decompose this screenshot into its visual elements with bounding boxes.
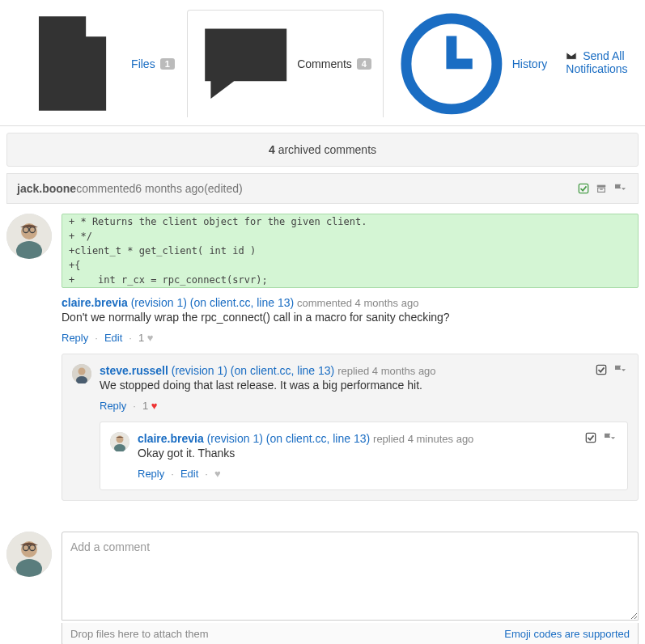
- drop-bar[interactable]: Drop files here to attach them Emoji cod…: [62, 623, 639, 644]
- tab-history-label: History: [512, 57, 548, 70]
- svg-point-15: [79, 367, 86, 375]
- comment-body: Don't we normally wrap the rpc_connect()…: [62, 311, 639, 324]
- code-line: +{: [62, 258, 638, 273]
- comment-time: 4 months ago: [355, 297, 419, 309]
- edit-link[interactable]: Edit: [180, 468, 198, 480]
- comment-time: 4 months ago: [372, 365, 436, 377]
- avatar-column: [6, 214, 52, 501]
- tabs-right: Send All Notifications: [559, 43, 639, 82]
- code-line: + */: [62, 229, 638, 244]
- comment-verb: replied: [373, 433, 408, 445]
- comment-verb: replied: [337, 365, 372, 377]
- heart-icon[interactable]: ♥: [214, 468, 221, 480]
- nested-actions: [596, 364, 628, 375]
- comment-foot: Reply · Edit · 1 ♥: [62, 332, 639, 344]
- comment-head: steve.russell (revision 1) (on client.cc…: [100, 364, 596, 377]
- tab-files[interactable]: Files 1: [6, 2, 187, 124]
- nested-comment-2: claire.brevia (revision 1) (on client.cc…: [100, 422, 628, 490]
- like-count[interactable]: 1 ♥: [142, 400, 158, 412]
- thread-header: jack.boone commented 6 months ago (edite…: [6, 173, 639, 204]
- svg-rect-17: [596, 365, 605, 374]
- comment-verb: commented: [297, 297, 355, 309]
- archived-text: archived comments: [275, 143, 376, 156]
- heart-icon: ♥: [147, 332, 154, 344]
- comment-foot: Reply · 1 ♥: [100, 400, 628, 412]
- thread-author: jack.boone: [17, 182, 76, 195]
- avatar-claire[interactable]: [6, 214, 52, 259]
- flag-dropdown-icon[interactable]: [603, 432, 617, 443]
- avatar-column: [6, 532, 52, 644]
- sep: ·: [95, 332, 98, 344]
- task-check-icon[interactable]: [585, 432, 596, 443]
- archived-count: 4: [269, 143, 275, 156]
- content-wrap: + * Returns the client object for the gi…: [0, 210, 645, 507]
- comment-revision[interactable]: (revision 1) (on client.cc, line 13): [172, 364, 335, 377]
- envelope-icon: [566, 50, 577, 61]
- comment-author[interactable]: claire.brevia: [62, 296, 128, 309]
- comment-foot: Reply · Edit · ♥: [138, 468, 617, 480]
- comment-revision[interactable]: (revision 1) (on client.cc, line 13): [131, 296, 295, 309]
- send-all-link[interactable]: Send All Notifications: [566, 49, 627, 75]
- archive-icon[interactable]: [596, 183, 607, 194]
- reply-link[interactable]: Reply: [138, 468, 164, 480]
- avatar-claire[interactable]: [6, 532, 52, 577]
- svg-rect-2: [597, 184, 606, 187]
- tab-comments-label: Comments: [297, 57, 352, 70]
- code-line: +client_t * get_client( int id ): [62, 244, 638, 258]
- thread-verb: commented: [76, 182, 135, 195]
- tab-history[interactable]: History: [384, 1, 559, 126]
- main-column: + * Returns the client object for the gi…: [62, 214, 639, 501]
- comment-body: Okay got it. Thanks: [138, 447, 585, 460]
- clock-icon: [396, 8, 507, 120]
- reply-link[interactable]: Reply: [62, 332, 88, 344]
- thread-edited: (edited): [204, 182, 242, 195]
- code-line: + int r_cx = rpc_connect(srvr);: [62, 273, 638, 287]
- composer: Drop files here to attach them Emoji cod…: [62, 532, 639, 644]
- tab-files-count: 1: [160, 58, 175, 70]
- sep: ·: [129, 332, 132, 344]
- comment-body: We stopped doing that last release. It w…: [100, 379, 596, 392]
- tab-files-label: Files: [131, 57, 155, 70]
- code-block: + * Returns the client object for the gi…: [62, 214, 639, 288]
- avatar-steve[interactable]: [72, 364, 91, 383]
- like-count[interactable]: 1 ♥: [138, 332, 154, 344]
- comment-author[interactable]: steve.russell: [100, 364, 168, 377]
- thread-actions: [578, 183, 628, 194]
- task-check-icon[interactable]: [596, 364, 607, 375]
- tab-comments-count: 4: [357, 58, 371, 70]
- comment-icon: [199, 17, 292, 110]
- task-check-icon[interactable]: [578, 183, 589, 194]
- nested-comment-1: steve.russell (revision 1) (on client.cc…: [62, 354, 639, 501]
- sep: ·: [133, 400, 136, 412]
- file-icon: [19, 10, 126, 117]
- composer-wrap: Drop files here to attach them Emoji cod…: [0, 507, 645, 644]
- nested-actions: [585, 432, 617, 443]
- sep: ·: [171, 468, 174, 480]
- nested-body: claire.brevia (revision 1) (on client.cc…: [138, 432, 617, 480]
- svg-rect-4: [600, 189, 603, 189]
- edit-link[interactable]: Edit: [104, 332, 122, 344]
- sep: ·: [205, 468, 208, 480]
- emoji-link[interactable]: Emoji codes are supported: [504, 628, 630, 640]
- svg-rect-1: [579, 184, 588, 193]
- thread-time: 6 months ago: [135, 182, 204, 195]
- drop-text: Drop files here to attach them: [70, 628, 209, 640]
- comment-author[interactable]: claire.brevia: [138, 432, 204, 445]
- reply-link[interactable]: Reply: [100, 400, 126, 412]
- archived-banner: 4 archived comments: [6, 133, 639, 167]
- comment-1: claire.brevia (revision 1) (on client.cc…: [62, 296, 639, 344]
- flag-dropdown-icon[interactable]: [613, 183, 628, 194]
- tab-comments[interactable]: Comments 4: [187, 10, 384, 117]
- code-line: + * Returns the client object for the gi…: [62, 214, 638, 229]
- comment-time: 4 minutes ago: [408, 433, 474, 445]
- avatar-claire-small[interactable]: [110, 432, 129, 451]
- tabs-bar: Files 1 Comments 4 History Send All Noti…: [0, 0, 645, 126]
- comment-head: claire.brevia (revision 1) (on client.cc…: [62, 296, 639, 309]
- comment-revision[interactable]: (revision 1) (on client.cc, line 13): [207, 432, 371, 445]
- flag-dropdown-icon[interactable]: [613, 364, 628, 375]
- svg-rect-21: [586, 433, 595, 442]
- nested-body: steve.russell (revision 1) (on client.cc…: [100, 364, 628, 490]
- heart-icon: ♥: [151, 400, 158, 412]
- comment-input[interactable]: [62, 532, 639, 621]
- comment-head: claire.brevia (revision 1) (on client.cc…: [138, 432, 585, 445]
